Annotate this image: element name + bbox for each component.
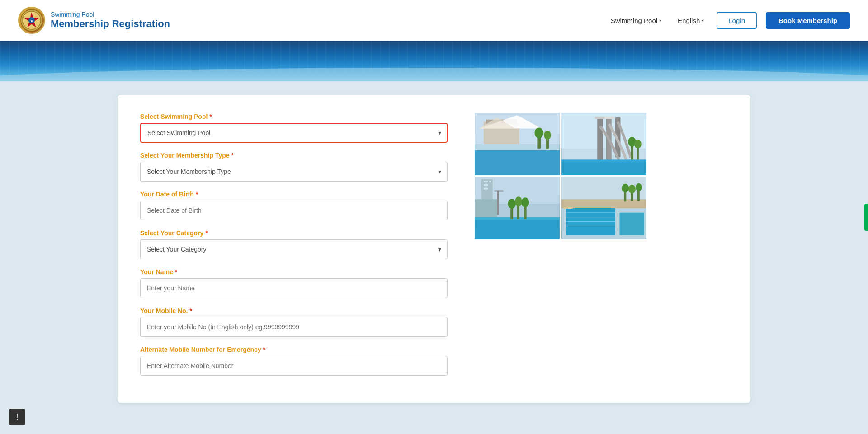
login-button[interactable]: Login [717, 12, 757, 29]
svg-rect-59 [620, 213, 644, 235]
swimming-pool-nav[interactable]: Swimming Pool ▾ [607, 15, 665, 26]
pool-image-1 [475, 113, 560, 175]
side-indicator [864, 204, 868, 231]
book-membership-button[interactable]: Book Membership [766, 12, 850, 29]
brand-top: Swimming Pool [51, 11, 170, 18]
form-section: Select Swimming Pool * Select Swimming P… [140, 113, 448, 385]
svg-rect-23 [604, 117, 614, 119]
nav-area: Swimming Pool ▾ English ▾ Login Book Mem… [607, 12, 850, 29]
name-field-group: Your Name * [140, 268, 448, 298]
svg-point-66 [636, 183, 642, 191]
chevron-down-icon: ▾ [659, 18, 661, 23]
svg-point-29 [634, 140, 642, 149]
svg-point-62 [622, 184, 629, 193]
required-star: * [196, 191, 198, 198]
svg-point-64 [628, 185, 636, 194]
dob-field-group: Your Date of Birth * [140, 191, 448, 220]
name-input[interactable] [140, 278, 448, 298]
svg-point-14 [534, 128, 543, 139]
svg-rect-40 [475, 199, 497, 217]
required-star: * [205, 229, 208, 237]
page-header: ★ Swimming Pool Membership Registration … [0, 0, 868, 41]
svg-rect-34 [486, 181, 488, 182]
pool-images-grid [475, 113, 646, 239]
category-label: Select Your Category * [140, 229, 448, 237]
mobile-field-group: Your Mobile No. * [140, 307, 448, 337]
alt-mobile-input[interactable] [140, 356, 448, 376]
required-star: * [209, 113, 212, 120]
svg-rect-36 [484, 184, 486, 186]
membership-type-label: Select Your Membership Type * [140, 152, 448, 159]
required-star: * [189, 307, 192, 314]
brand-text: Swimming Pool Membership Registration [51, 11, 170, 30]
pool-select[interactable]: Select Swimming Pool [140, 123, 448, 143]
svg-rect-37 [486, 184, 488, 186]
logo-area: ★ Swimming Pool Membership Registration [18, 7, 607, 34]
pool-image-4 [561, 177, 646, 239]
feedback-icon: ! [16, 412, 18, 422]
membership-type-select[interactable]: Select Your Membership Type [140, 162, 448, 182]
dob-label: Your Date of Birth * [140, 191, 448, 198]
pool-select-wrapper: Select Swimming Pool [140, 123, 448, 143]
svg-rect-19 [597, 117, 603, 166]
svg-rect-53 [561, 199, 646, 208]
membership-type-select-wrapper: Select Your Membership Type [140, 162, 448, 182]
svg-text:★: ★ [30, 19, 33, 23]
pool-image-3 [475, 177, 560, 239]
svg-rect-35 [489, 181, 491, 182]
svg-rect-39 [486, 188, 488, 190]
pool-field-group: Select Swimming Pool * Select Swimming P… [140, 113, 448, 143]
alt-mobile-label: Alternate Mobile Number for Emergency * [140, 346, 448, 353]
svg-rect-12 [475, 153, 559, 157]
category-field-group: Select Your Category * Select Your Categ… [140, 229, 448, 259]
svg-point-16 [544, 131, 551, 140]
pool-image-2 [561, 113, 646, 175]
membership-type-field-group: Select Your Membership Type * Select You… [140, 152, 448, 182]
svg-point-50 [521, 197, 529, 207]
dob-input[interactable] [140, 201, 448, 220]
category-select-wrapper: Select Your Category [140, 239, 448, 259]
form-card: Select Swimming Pool * Select Swimming P… [118, 95, 750, 403]
category-select[interactable]: Select Your Category [140, 239, 448, 259]
language-nav-label: English [678, 17, 700, 24]
main-content: Select Swimming Pool * Select Swimming P… [0, 81, 868, 416]
pool-label: Select Swimming Pool * [140, 113, 448, 120]
language-nav[interactable]: English ▾ [674, 15, 708, 26]
alt-mobile-field-group: Alternate Mobile Number for Emergency * [140, 346, 448, 376]
chevron-down-icon: ▾ [702, 18, 704, 23]
mobile-input[interactable] [140, 317, 448, 337]
svg-rect-41 [497, 191, 499, 215]
name-label: Your Name * [140, 268, 448, 275]
mobile-label: Your Mobile No. * [140, 307, 448, 314]
svg-rect-42 [495, 191, 504, 192]
required-star: * [231, 152, 234, 159]
hero-banner [0, 41, 868, 81]
feedback-button[interactable]: ! [9, 409, 25, 425]
svg-rect-43 [475, 217, 559, 239]
svg-rect-11 [475, 153, 559, 175]
required-star: * [263, 346, 265, 353]
svg-rect-25 [561, 160, 646, 163]
brand-bottom: Membership Registration [51, 18, 170, 30]
logo-icon: ★ [18, 7, 45, 34]
svg-point-48 [515, 196, 522, 206]
svg-rect-33 [484, 181, 486, 182]
svg-rect-38 [484, 188, 486, 190]
required-star: * [175, 268, 177, 275]
pool-images-section [475, 113, 646, 385]
swimming-pool-nav-label: Swimming Pool [611, 17, 657, 24]
svg-point-46 [508, 199, 516, 209]
svg-rect-60 [564, 207, 573, 209]
